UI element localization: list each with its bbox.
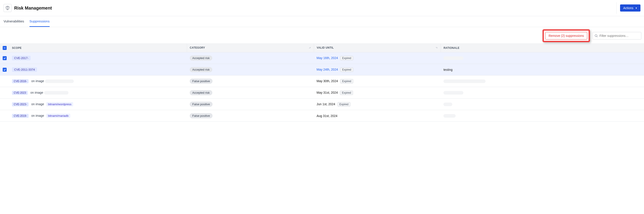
valid-until-cell: May 16th, 2024Expired <box>314 52 440 64</box>
filter-suppressions-input[interactable] <box>592 32 641 40</box>
rationale-redacted <box>444 91 464 95</box>
tab-suppressions[interactable]: Suppressions <box>30 16 50 27</box>
scope-text: on image <box>31 102 44 106</box>
scope-text: on image <box>30 91 43 94</box>
valid-until-date: Aug 31st, 2024 <box>316 114 337 118</box>
table-row: CVE-2011-3374Accepted riskMay 24th, 2024… <box>0 64 644 76</box>
svg-rect-6 <box>437 47 437 47</box>
scope-text: on image <box>31 114 44 117</box>
column-category[interactable]: CATEGORY <box>187 44 314 52</box>
image-chip[interactable]: bitnami/wordpress <box>46 102 73 106</box>
row-checkbox[interactable] <box>3 68 7 72</box>
header-left: Risk Management <box>4 4 52 12</box>
category-badge: False positive <box>190 79 212 84</box>
shield-icon <box>4 4 12 12</box>
cve-chip[interactable]: CVE-2011-3374 <box>12 67 37 72</box>
image-chip[interactable]: bitnami/mariadb <box>46 114 70 118</box>
category-cell: False positive <box>187 99 314 110</box>
category-badge: Accepted risk <box>190 56 212 61</box>
tab-vulnerabilities[interactable]: Vulnerabilities <box>4 16 24 27</box>
category-cell: False positive <box>187 110 314 122</box>
column-valid-until[interactable]: VALID UNTIL <box>314 44 440 52</box>
header-right: Actions ▼ <box>616 2 640 14</box>
row-checkbox-cell <box>0 64 9 76</box>
category-cell: Accepted risk <box>187 52 314 64</box>
expired-badge: Expired <box>340 56 353 60</box>
expired-badge: Expired <box>340 91 353 95</box>
remove-highlight-box: Remove (2) suppressions <box>542 29 590 42</box>
column-valid-label: VALID UNTIL <box>317 46 334 49</box>
expired-badge: Expired <box>340 68 353 72</box>
column-scope[interactable]: SCOPE <box>9 44 187 52</box>
svg-rect-4 <box>310 48 310 48</box>
valid-until-date[interactable]: May 16th, 2024 <box>316 56 338 60</box>
cve-chip[interactable]: CVE-2023 <box>12 91 28 95</box>
rationale-redacted <box>444 56 464 60</box>
page-title: Risk Management <box>14 6 52 11</box>
image-redacted <box>45 80 74 83</box>
category-cell: False positive <box>187 76 314 87</box>
row-checkbox[interactable] <box>3 56 7 60</box>
rationale-cell <box>441 52 644 64</box>
actions-button[interactable]: Actions ▼ <box>620 5 640 12</box>
image-redacted <box>44 91 68 95</box>
table-row: CVE-2023 on image Accepted riskMay 31st,… <box>0 87 644 99</box>
rationale-redacted <box>444 103 452 106</box>
row-checkbox-cell <box>0 76 9 87</box>
cve-chip[interactable]: CVE-2023- <box>12 102 28 106</box>
svg-point-0 <box>595 35 597 37</box>
valid-until-date: May 31st, 2024 <box>316 91 338 94</box>
rationale-redacted <box>444 80 486 83</box>
rationale-cell: testing <box>441 64 644 76</box>
scope-cell: CVE-2017- <box>9 52 187 64</box>
scope-cell: CVE-2019- on image bitnami/mariadb <box>9 110 187 122</box>
rationale-redacted <box>444 114 456 118</box>
expired-badge: Expired <box>338 102 350 107</box>
column-category-label: CATEGORY <box>190 46 205 49</box>
rationale-cell <box>441 110 644 122</box>
page-header: Risk Management Actions ▼ <box>0 0 644 16</box>
valid-until-cell: May 30th, 2024Expired <box>314 76 440 87</box>
category-cell: Accepted risk <box>187 87 314 99</box>
valid-until-cell: Aug 31st, 2024 <box>314 110 440 122</box>
search-icon <box>594 34 598 38</box>
suppressions-table: SCOPE CATEGORY VALID UNTIL RATIONALE CVE… <box>0 44 644 122</box>
table-row: CVE-2017-Accepted riskMay 16th, 2024Expi… <box>0 52 644 64</box>
row-checkbox-cell <box>0 99 9 110</box>
rationale-cell <box>441 76 644 87</box>
svg-rect-7 <box>437 48 438 48</box>
caret-down-icon: ▼ <box>635 7 637 9</box>
table-row: CVE-2023- on image bitnami/wordpressFals… <box>0 99 644 110</box>
table-row: CVE-2019- on image bitnami/mariadbFalse … <box>0 110 644 122</box>
valid-until-cell: Jun 1st, 2024Expired <box>314 99 440 110</box>
rationale-cell <box>441 99 644 110</box>
sort-icon <box>435 46 438 50</box>
row-checkbox-cell <box>0 110 9 122</box>
toolbar: Remove (2) suppressions <box>0 27 644 44</box>
category-badge: False positive <box>190 113 212 118</box>
cve-chip[interactable]: CVE-2017- <box>12 56 30 60</box>
scope-cell: CVE-2016- on image <box>9 76 187 87</box>
valid-until-cell: May 31st, 2024Expired <box>314 87 440 99</box>
column-rationale[interactable]: RATIONALE <box>441 44 644 52</box>
expired-badge: Expired <box>340 79 353 83</box>
row-checkbox-cell <box>0 52 9 64</box>
category-cell: Accepted risk <box>187 64 314 76</box>
valid-until-date[interactable]: May 24th, 2024 <box>316 68 338 71</box>
table-body: CVE-2017-Accepted riskMay 16th, 2024Expi… <box>0 52 644 122</box>
table-row: CVE-2016- on image False positiveMay 30t… <box>0 76 644 87</box>
select-all-checkbox[interactable] <box>3 46 7 50</box>
valid-until-date: Jun 1st, 2024 <box>316 102 335 106</box>
cve-chip[interactable]: CVE-2019- <box>12 114 28 118</box>
rationale-text: testing <box>444 68 452 72</box>
rationale-cell <box>441 87 644 99</box>
actions-label: Actions <box>623 6 633 10</box>
cve-chip[interactable]: CVE-2016- <box>12 79 28 83</box>
row-checkbox-cell <box>0 87 9 99</box>
scope-cell: CVE-2023- on image bitnami/wordpress <box>9 99 187 110</box>
remove-suppressions-button[interactable]: Remove (2) suppressions <box>545 32 587 40</box>
scope-cell: CVE-2023 on image <box>9 87 187 99</box>
sort-icon <box>308 46 311 50</box>
svg-rect-3 <box>310 47 311 47</box>
valid-until-cell: May 24th, 2024Expired <box>314 64 440 76</box>
